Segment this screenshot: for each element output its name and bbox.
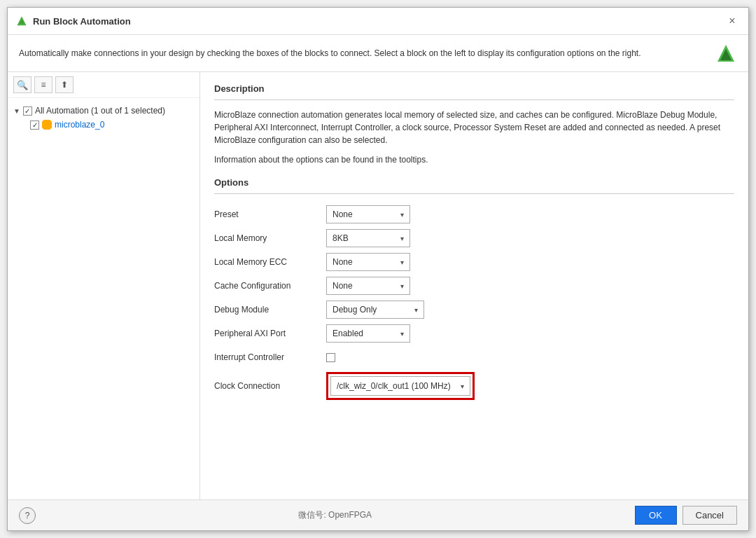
clock-dropdown-arrow: ▾	[461, 382, 464, 390]
description-divider	[214, 99, 734, 100]
local-memory-value: 8KB	[332, 233, 349, 243]
interrupt-controller-label: Interrupt Controller	[214, 345, 326, 369]
tree-root-item[interactable]: ▼ All Automation (1 out of 1 selected)	[10, 104, 197, 118]
peripheral-axi-control: Enabled ▾	[326, 322, 734, 345]
peripheral-axi-dropdown[interactable]: Enabled ▾	[326, 324, 410, 343]
peripheral-axi-dropdown-arrow: ▾	[400, 330, 404, 338]
child-checkbox[interactable]	[30, 120, 39, 130]
preset-value: None	[332, 209, 353, 219]
bottom-bar: ? 微信号: OpenFPGA OK Cancel	[8, 499, 748, 530]
app-icon	[16, 15, 27, 27]
root-checkbox[interactable]	[23, 106, 32, 116]
peripheral-axi-value: Enabled	[332, 329, 363, 338]
preset-control: None ▾	[326, 202, 734, 226]
description-para2: Information about the options can be fou…	[214, 153, 734, 166]
left-toolbar: 🔍 ≡ ⬆	[8, 72, 200, 98]
expand-icon: ≡	[41, 80, 46, 90]
search-button[interactable]: 🔍	[13, 76, 31, 93]
child-label: microblaze_0	[55, 120, 104, 130]
local-memory-ecc-dropdown-arrow: ▾	[400, 258, 404, 266]
cancel-button[interactable]: Cancel	[682, 506, 737, 525]
cache-config-dropdown[interactable]: None ▾	[326, 277, 410, 295]
root-label: All Automation (1 out of 1 selected)	[35, 106, 165, 116]
local-memory-label: Local Memory	[214, 226, 326, 250]
clock-connection-value: /clk_wiz_0/clk_out1 (100 MHz)	[337, 381, 451, 391]
bottom-right: OK Cancel	[635, 506, 737, 525]
help-button[interactable]: ?	[19, 507, 36, 524]
local-memory-dropdown-arrow: ▾	[400, 235, 404, 242]
content-area: 🔍 ≡ ⬆ ▼ All Automation (1 out of 1 selec…	[8, 72, 748, 499]
local-memory-dropdown[interactable]: 8KB ▾	[326, 229, 410, 247]
preset-dropdown-arrow: ▾	[400, 211, 404, 219]
interrupt-controller-control	[326, 345, 734, 369]
chip-icon	[42, 120, 52, 130]
local-memory-ecc-control: None ▾	[326, 250, 734, 274]
logo-area	[715, 42, 737, 64]
preset-dropdown[interactable]: None ▾	[326, 205, 410, 223]
search-icon: 🔍	[17, 80, 28, 90]
debug-module-control: Debug Only ▾	[326, 298, 734, 322]
local-memory-ecc-label: Local Memory ECC	[214, 250, 326, 274]
collapse-all-button[interactable]: ⬆	[55, 76, 74, 93]
right-panel: Description MicroBlaze connection automa…	[200, 72, 748, 499]
debug-module-value: Debug Only	[332, 305, 377, 315]
description-title: Description	[214, 83, 734, 94]
subtitle-text: Automatically make connections in your d…	[19, 48, 641, 58]
collapse-icon: ⬆	[61, 80, 68, 90]
dialog-title: Run Block Automation	[33, 16, 131, 27]
interrupt-controller-checkbox[interactable]	[326, 353, 335, 362]
preset-label: Preset	[214, 202, 326, 226]
ok-button[interactable]: OK	[635, 506, 677, 525]
local-memory-ecc-value: None	[332, 257, 353, 267]
clock-red-outline: /clk_wiz_0/clk_out1 (100 MHz) ▾	[326, 372, 475, 400]
tree-area: ▼ All Automation (1 out of 1 selected) m…	[8, 98, 200, 499]
run-block-automation-dialog: Run Block Automation × Automatically mak…	[7, 7, 749, 531]
cache-config-value: None	[332, 281, 353, 291]
tree-child-item[interactable]: microblaze_0	[10, 118, 197, 132]
expand-arrow-icon: ▼	[13, 107, 20, 115]
options-grid: Preset None ▾ Local Memory 8K	[214, 202, 734, 403]
bottom-left: ?	[19, 507, 36, 524]
options-title: Options	[214, 177, 734, 188]
options-section: Options Preset None ▾ Lo	[214, 177, 734, 403]
debug-module-dropdown-arrow: ▾	[414, 306, 418, 314]
debug-module-label: Debug Module	[214, 298, 326, 322]
local-memory-control: 8KB ▾	[326, 226, 734, 250]
cache-config-dropdown-arrow: ▾	[400, 282, 404, 290]
cache-config-label: Cache Configuration	[214, 274, 326, 298]
clock-connection-dropdown[interactable]: /clk_wiz_0/clk_out1 (100 MHz) ▾	[330, 376, 470, 396]
close-button[interactable]: ×	[724, 13, 740, 29]
description-para1: MicroBlaze connection automation generat…	[214, 109, 734, 146]
watermark: 微信号: OpenFPGA	[298, 509, 372, 521]
title-bar: Run Block Automation ×	[8, 8, 748, 35]
title-bar-left: Run Block Automation	[16, 15, 131, 27]
expand-all-button[interactable]: ≡	[34, 76, 52, 93]
left-panel: 🔍 ≡ ⬆ ▼ All Automation (1 out of 1 selec…	[8, 72, 200, 499]
subtitle-bar: Automatically make connections in your d…	[8, 35, 748, 72]
debug-module-dropdown[interactable]: Debug Only ▾	[326, 301, 424, 319]
interrupt-checkbox-row	[326, 349, 335, 366]
clock-connection-control: /clk_wiz_0/clk_out1 (100 MHz) ▾	[326, 369, 734, 403]
options-divider	[214, 193, 734, 194]
cache-config-control: None ▾	[326, 274, 734, 298]
peripheral-axi-label: Peripheral AXI Port	[214, 322, 326, 345]
vivado-logo	[715, 42, 737, 64]
clock-connection-label: Clock Connection	[214, 369, 326, 403]
local-memory-ecc-dropdown[interactable]: None ▾	[326, 253, 410, 271]
